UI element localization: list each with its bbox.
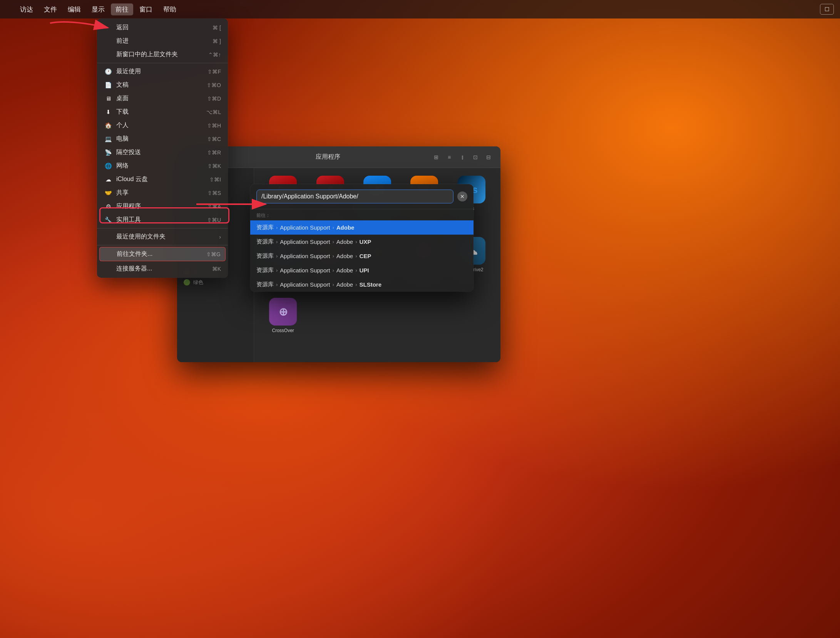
goto-clear-button[interactable]: ✕	[457, 191, 467, 201]
menu-item-back-label: 返回	[116, 24, 209, 32]
menu-item-home-label: 个人	[116, 121, 203, 129]
menu-item-downloads[interactable]: ⬇ 下载 ⌥⌘L	[97, 105, 228, 119]
downloads-shortcut: ⌥⌘L	[206, 109, 221, 115]
goto-suggestion-4[interactable]: 资源库 › Application Support › Adobe › UPI	[250, 263, 474, 277]
utilities-icon: 🔧	[104, 217, 112, 223]
menu-item-utilities-label: 实用工具	[116, 216, 203, 224]
suggestion-3-appsupport: Application Support	[280, 253, 330, 259]
menu-item-desktop-label: 桌面	[116, 94, 203, 102]
edit-menu[interactable]: 编辑	[63, 3, 85, 15]
menu-item-network[interactable]: 🌐 网络 ⇧⌘K	[97, 159, 228, 173]
icloud-shortcut: ⇧⌘I	[209, 176, 221, 183]
airdrop-icon: 📡	[104, 149, 112, 156]
crossover-icon: ⊕	[269, 298, 297, 326]
back-shortcut: ⌘ [	[213, 25, 221, 31]
gallery-view-btn[interactable]: ⊡	[470, 152, 481, 162]
screen-share-icon[interactable]: ☐	[820, 4, 834, 15]
goto-suggestion-1[interactable]: 资源库 › Application Support › Adobe	[250, 220, 474, 235]
parent-shortcut: ⌃⌘↑	[208, 52, 221, 58]
menu-item-recent[interactable]: 🕐 最近使用 ⇧⌘F	[97, 65, 228, 78]
suggestion-3-lib: 资源库	[256, 252, 274, 260]
sidebar-item-green[interactable]: 🟢 绿色	[177, 277, 254, 288]
finder-menu[interactable]: 访达	[15, 3, 38, 15]
menu-item-airdrop[interactable]: 📡 隔空投送 ⇧⌘R	[97, 146, 228, 159]
green-tag-icon: 🟢	[183, 279, 190, 286]
suggestion-5-lib: 资源库	[256, 281, 274, 288]
suggestion-2-arrow2: ›	[332, 239, 334, 245]
goto-folder-input[interactable]	[256, 190, 453, 203]
goto-input-row: ✕	[250, 184, 474, 209]
suggestion-4-adobe: Adobe	[336, 267, 353, 274]
suggestion-2-adobe: Adobe	[336, 238, 353, 245]
column-view-btn[interactable]: ⫿	[457, 152, 468, 162]
menu-item-back[interactable]: 返回 ⌘ [	[97, 21, 228, 34]
menubar: 访达 文件 编辑 显示 前往 窗口 帮助 ☐	[0, 0, 840, 18]
go-menu[interactable]: 前往	[111, 3, 133, 15]
menu-item-network-label: 网络	[116, 162, 204, 170]
sidebar-green-label: 绿色	[193, 279, 203, 286]
suggestion-5-slstore: SLStore	[360, 281, 382, 288]
menu-item-applications-label: 应用程序	[116, 202, 204, 210]
menu-item-downloads-label: 下载	[116, 108, 202, 116]
help-menu[interactable]: 帮助	[159, 3, 181, 15]
divider-3	[97, 245, 228, 245]
suggestion-4-arrow3: ›	[355, 267, 357, 273]
goto-suggestion-2[interactable]: 资源库 › Application Support › Adobe › UXP	[250, 235, 474, 249]
suggestion-3-adobe: Adobe	[336, 253, 353, 259]
recent-shortcut: ⇧⌘F	[207, 69, 221, 75]
app-icon-crossover[interactable]: ⊕ CrossOver	[262, 298, 304, 354]
menu-item-goto-folder[interactable]: 前往文件夹... ⇧⌘G	[99, 247, 226, 261]
menu-item-documents[interactable]: 📄 文稿 ⇧⌘O	[97, 78, 228, 92]
menu-item-recent-folders[interactable]: 最近使用的文件夹 ›	[97, 230, 228, 243]
airdrop-shortcut: ⇧⌘R	[207, 149, 221, 156]
desktop-icon: 🖥	[104, 95, 112, 102]
suggestion-4-arrow1: ›	[276, 267, 278, 273]
applications-shortcut: ⇧⌘A	[207, 203, 221, 210]
downloads-icon: ⬇	[104, 109, 112, 116]
menu-item-shared-label: 共享	[116, 189, 204, 197]
suggestion-2-appsupport: Application Support	[280, 238, 330, 245]
file-menu[interactable]: 文件	[39, 3, 62, 15]
computer-shortcut: ⇧⌘C	[207, 136, 221, 142]
goto-suggestion-3[interactable]: 资源库 › Application Support › Adobe › CEP	[250, 249, 474, 263]
divider-1	[97, 63, 228, 63]
desktop-shortcut: ⇧⌘D	[207, 96, 221, 102]
apple-menu[interactable]	[6, 8, 14, 11]
menu-item-desktop[interactable]: 🖥 桌面 ⇧⌘D	[97, 92, 228, 105]
menu-item-utilities[interactable]: 🔧 实用工具 ⇧⌘U	[97, 213, 228, 227]
goto-suggestion-5[interactable]: 资源库 › Application Support › Adobe › SLSt…	[250, 277, 474, 292]
suggestion-5-arrow1: ›	[276, 282, 278, 287]
forward-shortcut: ⌘ ]	[213, 38, 221, 44]
suggestion-3-arrow1: ›	[276, 253, 278, 259]
menu-item-parent-label: 新窗口中的上层文件夹	[116, 50, 204, 59]
menu-item-connect-server[interactable]: 连接服务器... ⌘K	[97, 262, 228, 275]
menu-item-icloud[interactable]: ☁ iCloud 云盘 ⇧⌘I	[97, 173, 228, 186]
menu-item-shared[interactable]: 🤝 共享 ⇧⌘S	[97, 186, 228, 200]
menu-item-applications[interactable]: ⚙ 应用程序 ⇧⌘A	[97, 200, 228, 213]
crossover-label: CrossOver	[272, 328, 294, 333]
menu-item-recent-label: 最近使用	[116, 67, 204, 76]
extra-view-btn[interactable]: ⊟	[483, 152, 494, 162]
recent-icon: 🕐	[104, 68, 112, 75]
window-menu[interactable]: 窗口	[135, 3, 157, 15]
menu-item-forward-label: 前进	[116, 37, 209, 45]
menu-item-icloud-label: iCloud 云盘	[116, 175, 206, 183]
menu-item-parent[interactable]: 新窗口中的上层文件夹 ⌃⌘↑	[97, 48, 228, 61]
suggestion-2-uxp: UXP	[360, 238, 371, 245]
suggestion-5-arrow2: ›	[332, 282, 334, 287]
menu-item-airdrop-label: 隔空投送	[116, 148, 203, 156]
suggestion-1-arrow2: ›	[332, 225, 334, 230]
menu-item-computer[interactable]: 💻 电脑 ⇧⌘C	[97, 132, 228, 146]
list-view-btn[interactable]: ≡	[443, 152, 455, 162]
menu-item-home[interactable]: 🏠 个人 ⇧⌘H	[97, 119, 228, 132]
suggestion-5-arrow3: ›	[355, 282, 357, 287]
suggestion-3-arrow3: ›	[355, 253, 357, 259]
suggestion-1-appsupport: Application Support	[280, 224, 330, 231]
icon-view-btn[interactable]: ⊞	[430, 152, 442, 162]
documents-shortcut: ⇧⌘O	[207, 82, 221, 88]
view-menu[interactable]: 显示	[87, 3, 109, 15]
menu-item-forward[interactable]: 前进 ⌘ ]	[97, 34, 228, 48]
suggestion-5-appsupport: Application Support	[280, 281, 330, 288]
suggestion-3-cep: CEP	[360, 253, 371, 259]
documents-icon: 📄	[104, 82, 112, 89]
